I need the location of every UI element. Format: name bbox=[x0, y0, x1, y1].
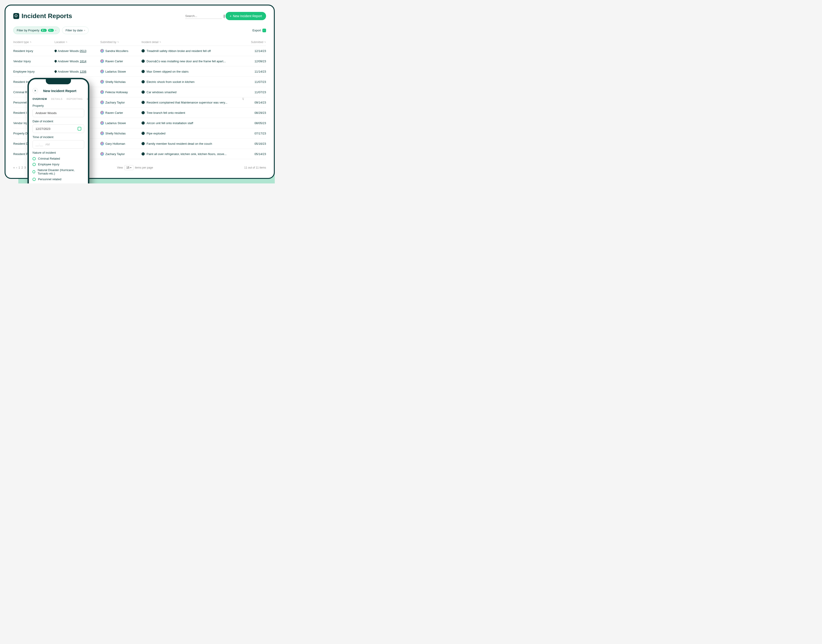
cell-detail: Aircon unit fell onto installation staff bbox=[141, 121, 245, 125]
plus-icon: + bbox=[230, 14, 231, 18]
search-icon bbox=[224, 14, 225, 18]
search-input-wrap[interactable] bbox=[185, 13, 222, 19]
comment-icon bbox=[141, 70, 145, 73]
page-link[interactable]: 3 bbox=[24, 166, 26, 169]
cell-date: 12/09/23 bbox=[245, 60, 266, 63]
cell-detail: Doors&Co was installing new door and the… bbox=[141, 60, 245, 63]
tab-reporting[interactable]: REPORTING bbox=[67, 98, 83, 100]
cell-detail: Paint all over refrigerator, kitchen sin… bbox=[141, 152, 245, 156]
col-submitted[interactable]: Submitted⇅ bbox=[245, 41, 266, 44]
comment-icon bbox=[141, 60, 145, 63]
new-incident-button[interactable]: + New Incident Report bbox=[225, 12, 266, 20]
cell-date: 12/14/23 bbox=[245, 49, 266, 53]
cell-detail: Max Green slipped on the stairs bbox=[141, 70, 245, 73]
chevron-down-icon: ▾ bbox=[84, 29, 85, 32]
close-button[interactable]: ✕ bbox=[32, 88, 38, 94]
cell-submitted-by: Ladarius Stowe bbox=[100, 70, 141, 73]
radio-icon bbox=[32, 163, 36, 166]
cell-submitted-by: Shelly Nicholas bbox=[100, 132, 141, 135]
col-detail[interactable]: Incident detail⇅ bbox=[141, 41, 245, 44]
calendar-icon bbox=[78, 127, 81, 130]
pin-icon bbox=[54, 70, 57, 73]
comment-icon bbox=[141, 90, 145, 94]
table-row[interactable]: Resident Injury Andover Woods 0513 Sandr… bbox=[13, 46, 266, 56]
date-value: 12/27/2023 bbox=[35, 127, 51, 130]
avatar bbox=[100, 121, 104, 125]
cell-date: 05/14/23 bbox=[245, 152, 266, 156]
cell-submitted-by: Zachary Taylor bbox=[100, 152, 141, 156]
col-submitted-by[interactable]: Submitted by⇅ bbox=[100, 41, 141, 44]
cell-date: 09/14/23 bbox=[245, 101, 266, 104]
radio-option[interactable]: Employee Injury bbox=[32, 161, 84, 167]
avatar bbox=[100, 70, 104, 73]
cell-detail: Treadmill safety ribbon broke and reside… bbox=[141, 49, 245, 53]
mobile-preview: ✕ New Incident Report OVERVIEWDETAILSREP… bbox=[28, 78, 89, 184]
search-input[interactable] bbox=[185, 14, 224, 18]
cell-type: Employee Injury bbox=[13, 70, 55, 73]
cell-detail: Pipe exploded bbox=[141, 132, 245, 135]
cell-date: 11/07/23 bbox=[245, 90, 266, 94]
radio-option[interactable]: Natural Disaster (Hurricane, Tornado etc… bbox=[32, 167, 84, 176]
page-size-select[interactable]: 15 ▾ bbox=[124, 165, 133, 170]
radio-label: Natural Disaster (Hurricane, Tornado etc… bbox=[38, 168, 84, 175]
page-link[interactable]: « bbox=[13, 166, 15, 169]
comment-icon bbox=[141, 152, 145, 155]
comment-icon bbox=[141, 49, 145, 52]
cell-submitted-by: Ladarius Stowe bbox=[100, 121, 141, 125]
cell-submitted-by: Zachary Taylor bbox=[100, 101, 141, 104]
col-location[interactable]: Location⇅ bbox=[55, 41, 100, 44]
export-icon bbox=[262, 29, 266, 32]
pagination[interactable]: «‹123 bbox=[13, 166, 26, 169]
table-row[interactable]: Employee Injury Andover Woods 1206 Ladar… bbox=[13, 66, 266, 77]
radio-option[interactable]: Personnel related bbox=[32, 176, 84, 182]
comment-icon bbox=[141, 142, 145, 145]
cell-type: Vendor Injury bbox=[13, 60, 55, 63]
cell-detail: Family member found resident dead on the… bbox=[141, 142, 245, 146]
avatar bbox=[100, 101, 104, 104]
filter-badge-1: 2⌂ bbox=[41, 29, 47, 32]
filter-badge-2: 1⌂ bbox=[48, 29, 54, 32]
filter-property[interactable]: Filter by Property 2⌂ 1⌂ ▾ bbox=[13, 26, 60, 34]
chevron-down-icon: ▾ bbox=[130, 167, 132, 169]
cell-detail: Tree branch fell onto resident bbox=[141, 111, 245, 115]
tab-details[interactable]: DETAILS bbox=[51, 98, 63, 100]
export-button[interactable]: Export bbox=[252, 29, 266, 32]
radio-icon bbox=[32, 157, 36, 160]
cell-date: 08/29/23 bbox=[245, 111, 266, 115]
radio-option[interactable]: Property Damage bbox=[32, 182, 84, 184]
cell-submitted-by: Shelly Nicholas bbox=[100, 80, 141, 84]
time-input[interactable] bbox=[32, 140, 84, 149]
view-label: View bbox=[117, 166, 123, 169]
tab-evide[interactable]: EVIDE bbox=[87, 98, 89, 100]
export-label: Export bbox=[252, 29, 261, 32]
pin-icon bbox=[54, 60, 57, 63]
nature-label: Nature of incident bbox=[32, 151, 84, 154]
items-per-page-label: items per page bbox=[135, 166, 153, 169]
date-label: Date of incident bbox=[32, 120, 84, 123]
tab-overview[interactable]: OVERVIEW bbox=[32, 98, 47, 100]
cell-detail: Electric shock from socket in kitchen bbox=[141, 80, 245, 84]
avatar bbox=[100, 132, 104, 135]
col-type[interactable]: Incident type⇅ bbox=[13, 41, 55, 44]
page-link[interactable]: 1 bbox=[18, 166, 20, 169]
radio-option[interactable]: Criminal Related bbox=[32, 156, 84, 161]
comment-icon bbox=[141, 132, 145, 135]
radio-label: Property Damage bbox=[38, 183, 61, 184]
page-link[interactable]: 2 bbox=[21, 166, 23, 169]
table-row[interactable]: Vendor Injury Andover Woods 1614 Raven C… bbox=[13, 56, 266, 66]
avatar bbox=[100, 111, 104, 115]
comment-icon bbox=[141, 80, 145, 83]
cell-submitted-by: Sandra Mccullers bbox=[100, 49, 141, 53]
cell-date: 11/14/23 bbox=[245, 70, 266, 73]
filter-date[interactable]: Filter by date ▾ bbox=[62, 26, 89, 34]
filter-property-label: Filter by Property bbox=[17, 29, 39, 32]
property-input[interactable] bbox=[32, 109, 84, 117]
date-input[interactable]: 12/27/2023 bbox=[32, 124, 84, 133]
cell-date: 08/05/23 bbox=[245, 121, 266, 125]
avatar bbox=[100, 90, 104, 94]
time-label: Time of incident bbox=[32, 135, 84, 139]
avatar bbox=[100, 142, 104, 146]
radio-icon bbox=[32, 178, 36, 181]
comment-icon bbox=[141, 101, 145, 104]
page-link[interactable]: ‹ bbox=[16, 166, 17, 169]
